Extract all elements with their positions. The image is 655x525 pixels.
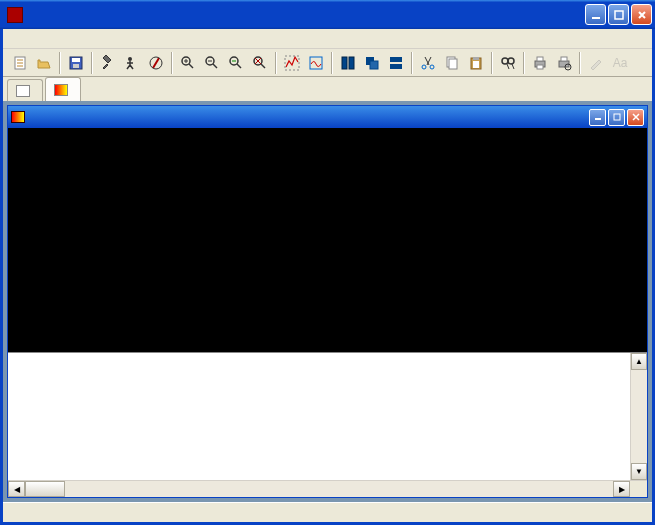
netlist-pane: ▲ ▼ — [8, 353, 647, 480]
scroll-up-arrow-icon[interactable]: ▲ — [631, 353, 647, 370]
svg-rect-25 — [473, 57, 479, 60]
toolbar-separator — [275, 52, 277, 74]
close-button[interactable] — [631, 4, 652, 25]
scroll-corner — [630, 481, 647, 497]
run-button[interactable] — [121, 52, 143, 74]
svg-rect-14 — [342, 57, 347, 69]
scroll-down-arrow-icon[interactable]: ▼ — [631, 463, 647, 480]
zoom-full-button[interactable] — [249, 52, 271, 74]
svg-rect-5 — [73, 64, 79, 68]
child-close-button[interactable] — [627, 109, 644, 126]
scroll-thumb[interactable] — [25, 481, 65, 497]
svg-rect-0 — [592, 17, 600, 19]
schematic-icon — [16, 85, 30, 97]
tile-button[interactable] — [337, 52, 359, 74]
halt-button[interactable] — [145, 52, 167, 74]
app-titlebar — [0, 0, 655, 29]
plot-icon — [11, 111, 25, 123]
find-button[interactable] — [497, 52, 519, 74]
svg-rect-35 — [595, 118, 601, 120]
draw-button — [585, 52, 607, 74]
zoom-in-button[interactable] — [177, 52, 199, 74]
svg-rect-31 — [537, 65, 543, 69]
waveform-plot[interactable] — [8, 128, 647, 353]
scroll-right-arrow-icon[interactable]: ▶ — [613, 481, 630, 497]
minimize-button[interactable] — [585, 4, 606, 25]
svg-rect-33 — [561, 57, 567, 61]
scroll-left-arrow-icon[interactable]: ◀ — [8, 481, 25, 497]
cascade-button[interactable] — [361, 52, 383, 74]
save-button[interactable] — [65, 52, 87, 74]
svg-rect-4 — [72, 58, 80, 62]
horizontal-scrollbar[interactable]: ◀ ▶ — [8, 480, 647, 497]
tab-schematic[interactable] — [7, 79, 43, 101]
svg-rect-30 — [537, 57, 543, 61]
app-icon — [7, 7, 23, 23]
child-titlebar — [8, 106, 647, 128]
scroll-track[interactable] — [25, 481, 613, 497]
toolbar-separator — [491, 52, 493, 74]
svg-rect-19 — [390, 64, 402, 69]
child-maximize-button[interactable] — [608, 109, 625, 126]
toolbar-separator — [523, 52, 525, 74]
netlist-text[interactable] — [8, 353, 630, 480]
svg-rect-1 — [615, 11, 623, 19]
toolbar-separator — [91, 52, 93, 74]
open-button[interactable] — [33, 52, 55, 74]
tab-waveform[interactable] — [45, 77, 81, 101]
trace-legend[interactable] — [8, 128, 647, 131]
svg-rect-18 — [390, 57, 402, 62]
menubar — [3, 29, 652, 49]
child-window: ▲ ▼ ◀ ▶ — [7, 105, 648, 498]
scroll-track[interactable] — [631, 370, 647, 463]
plot-icon — [54, 84, 68, 96]
add-trace-button[interactable] — [305, 52, 327, 74]
toolbar-separator — [171, 52, 173, 74]
hammer-button[interactable] — [97, 52, 119, 74]
pan-button[interactable] — [201, 52, 223, 74]
child-minimize-button[interactable] — [589, 109, 606, 126]
svg-point-28 — [508, 58, 514, 64]
svg-point-21 — [430, 65, 434, 69]
svg-rect-26 — [473, 61, 479, 68]
toolbar-separator — [331, 52, 333, 74]
toolbar-separator — [59, 52, 61, 74]
vertical-scrollbar[interactable]: ▲ ▼ — [630, 353, 647, 480]
autorange-button[interactable] — [281, 52, 303, 74]
toolbar: Aa — [3, 49, 652, 77]
toolbar-separator — [579, 52, 581, 74]
zoom-out-button[interactable] — [225, 52, 247, 74]
document-tabs — [3, 77, 652, 101]
paste-button[interactable] — [465, 52, 487, 74]
text-button: Aa — [609, 52, 631, 74]
cut-button[interactable] — [417, 52, 439, 74]
svg-rect-23 — [449, 59, 457, 69]
svg-rect-36 — [614, 114, 620, 120]
toolbar-separator — [411, 52, 413, 74]
maximize-button[interactable] — [608, 4, 629, 25]
svg-rect-12 — [285, 56, 299, 70]
print-setup-button[interactable] — [553, 52, 575, 74]
mdi-client-area: ▲ ▼ ◀ ▶ — [3, 101, 652, 502]
new-schematic-button[interactable] — [9, 52, 31, 74]
svg-point-20 — [422, 65, 426, 69]
svg-point-6 — [128, 57, 132, 61]
statusbar — [3, 502, 652, 522]
svg-point-27 — [502, 58, 508, 64]
close-all-button[interactable] — [385, 52, 407, 74]
print-button[interactable] — [529, 52, 551, 74]
window-controls — [585, 4, 652, 25]
svg-rect-15 — [349, 57, 354, 69]
copy-button[interactable] — [441, 52, 463, 74]
svg-rect-17 — [370, 61, 378, 69]
